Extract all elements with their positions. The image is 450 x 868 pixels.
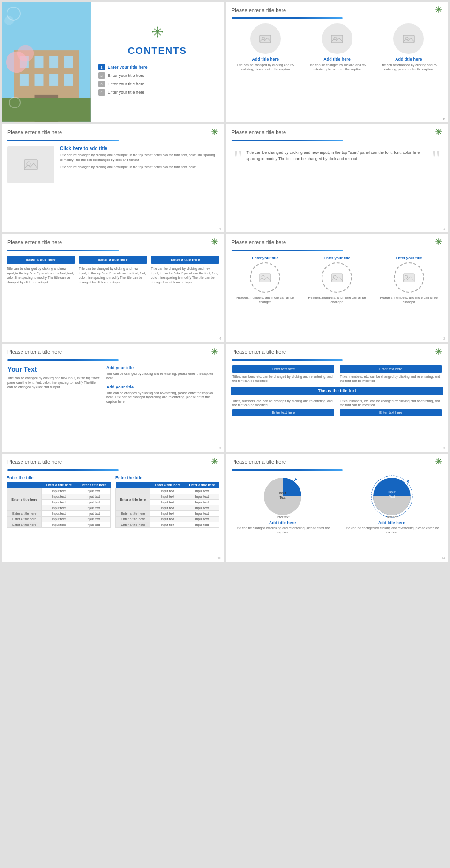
- table-1-cell: Input text: [42, 494, 76, 499]
- svg-rect-36: [24, 160, 38, 170]
- grid-cell-bot-left: Titles, numbers, etc. can be changed by …: [231, 397, 336, 420]
- slides-grid: CONTENTS 1 Enter your title here 2 Enter…: [0, 0, 450, 563]
- slide-9: Please enter a title here Enter the titl…: [2, 454, 224, 562]
- table-1-cell: Input text: [76, 510, 110, 516]
- slide-5-title: Please enter a title here: [8, 239, 62, 245]
- contents-item-4[interactable]: 4 Enter your title here: [98, 89, 217, 96]
- pie-2: Input Text Enter text: [371, 475, 413, 518]
- quote-open: ": [233, 150, 243, 168]
- slide-cover-right: CONTENTS 1 Enter your title here 2 Enter…: [91, 2, 224, 122]
- table-1-cell: Input text: [76, 488, 110, 494]
- table-1-col-0: [7, 482, 42, 488]
- slide-7-title: Please enter a title here: [8, 349, 62, 355]
- blue-btn-3[interactable]: Enter a title here: [151, 256, 219, 264]
- svg-point-18: [157, 27, 158, 28]
- page-num-5: 4: [219, 337, 221, 340]
- slide-10: Please enter a title here: [226, 454, 448, 562]
- table-1-cell: Input text: [76, 494, 110, 499]
- slide-6-title: Please enter a title here: [232, 239, 286, 245]
- page-num-9: 10: [218, 556, 221, 560]
- grid-body-3: Titles, numbers, etc. can be changed by …: [232, 399, 334, 407]
- svg-point-21: [161, 31, 163, 33]
- circle-title-3: Enter your title: [375, 256, 443, 260]
- table-2-row-header-4: Enter a title here: [116, 522, 150, 527]
- your-text-right: Add your title Title can be changed by c…: [106, 365, 218, 408]
- circle-col-3: Enter your title Headers, numbers, and m…: [375, 256, 443, 305]
- circle-col-1: Enter your title Headers, numbers, and m…: [231, 256, 300, 305]
- grid-2x2-bottom: Titles, numbers, etc. can be changed by …: [231, 397, 443, 420]
- slide-5: Please enter a title here Enter a title …: [2, 234, 224, 342]
- table-2-cell: Input text: [185, 488, 219, 494]
- col-2-desc: Title can be changed by clicking and re-…: [303, 63, 371, 71]
- contents-item-1[interactable]: 1 Enter your title here: [98, 64, 217, 70]
- snowflake-icon-7: [211, 348, 218, 357]
- table-1-cell: Input text: [42, 516, 76, 522]
- svg-text:Text: Text: [279, 496, 285, 499]
- blue-btn-2[interactable]: Enter a title here: [79, 256, 147, 264]
- table-row: Enter a title here Input text Input text: [116, 516, 219, 522]
- your-text-body: Title can be changed by clicking and new…: [8, 376, 101, 389]
- slide-3-body1: Title can be changed by clicking and new…: [60, 153, 218, 162]
- circle-title-1: Enter your title: [231, 256, 300, 260]
- snowflake-icon-3: [211, 128, 218, 137]
- grid-body-1: Titles, numbers, etc. can be changed by …: [232, 374, 334, 383]
- page-num-2: ▶: [443, 117, 445, 121]
- svg-rect-50: [260, 274, 271, 282]
- table-2-col-0: [116, 482, 150, 488]
- grid-btn-4[interactable]: Enter text here: [340, 409, 442, 416]
- grid-btn-2[interactable]: Enter text here: [340, 365, 442, 373]
- table-row: Enter a title here Input text Input text: [116, 522, 219, 527]
- slide-4-content: " Title can be changed by clicking and n…: [226, 144, 448, 173]
- contents-item-2-text: Enter your title here: [108, 73, 145, 78]
- slide-10-header: Please enter a title here: [226, 454, 448, 468]
- slide-5-columns: Enter a title here Title can be changed …: [2, 254, 224, 287]
- grid-cell-top-left: Enter text here Titles, numbers, etc. ca…: [231, 364, 336, 385]
- blue-col-3: Enter a title here Title can be changed …: [151, 256, 219, 285]
- blue-col-3-text: Title can be changed by clicking and new…: [151, 266, 219, 285]
- contents-item-3[interactable]: 3 Enter your title here: [98, 81, 217, 87]
- page-num-3: 4: [219, 227, 221, 230]
- center-title: This is the title text: [231, 387, 443, 395]
- svg-rect-9: [64, 74, 73, 86]
- svg-text:Input: Input: [388, 490, 396, 494]
- page-num-6: 2: [443, 337, 445, 340]
- blue-bar-2: [232, 17, 343, 19]
- grid-body-4: Titles, numbers, etc. can be changed by …: [340, 399, 442, 407]
- snowflake-icon-9: [211, 457, 218, 466]
- dashed-circle-2: [322, 262, 352, 293]
- grid-2x2-top: Enter text here Titles, numbers, etc. ca…: [231, 364, 443, 385]
- blue-bar-3: [8, 140, 119, 141]
- svg-text:Text: Text: [389, 495, 395, 498]
- pie-2-desc: Title can be changed by clicking and re-…: [341, 526, 442, 534]
- table-2-row-header-3: Enter a title here: [116, 516, 150, 522]
- table-2-cell: Input text: [150, 516, 185, 522]
- svg-text:Input: Input: [279, 491, 286, 495]
- blue-bar-8: [232, 359, 343, 361]
- table-2-cell: Input text: [185, 510, 219, 516]
- grid-cell-top-right: Enter text here Titles, numbers, etc. ca…: [338, 364, 443, 385]
- table-1-cell: Input text: [42, 488, 76, 494]
- table-2-cell: Input text: [185, 522, 219, 527]
- add-desc-2: Title can be changed by clicking and re-…: [106, 391, 218, 404]
- blue-bar-7: [8, 359, 119, 361]
- table-row: Enter a title here Input text Input text: [116, 510, 219, 516]
- contents-item-2[interactable]: 2 Enter your title here: [98, 72, 217, 79]
- deco-circle-3: [9, 97, 21, 108]
- table-1-cell: Input text: [42, 499, 76, 505]
- table-1-row-header-3: Enter a title here: [7, 516, 42, 522]
- contents-num-4: 4: [98, 89, 105, 96]
- grid-btn-1[interactable]: Enter text here: [232, 365, 334, 373]
- table-2-title: Enter the title: [115, 475, 219, 480]
- table-1-cell: Input text: [76, 505, 110, 510]
- blue-bar-10: [232, 469, 343, 471]
- slide-8-content: Enter text here Titles, numbers, etc. ca…: [226, 364, 448, 420]
- svg-rect-3: [35, 56, 44, 68]
- slide-9-content: Enter the title Enter a title here Enter…: [2, 473, 224, 530]
- blue-col-2: Enter a title here Title can be changed …: [79, 256, 147, 285]
- grid-btn-3[interactable]: Enter text here: [232, 409, 334, 416]
- your-text-left: Your Text Title can be changed by clicki…: [8, 365, 101, 408]
- blue-btn-1[interactable]: Enter a title here: [7, 256, 75, 264]
- svg-rect-5: [64, 56, 73, 68]
- svg-rect-54: [403, 274, 414, 282]
- slide-2-header: Please enter a title here: [226, 2, 448, 16]
